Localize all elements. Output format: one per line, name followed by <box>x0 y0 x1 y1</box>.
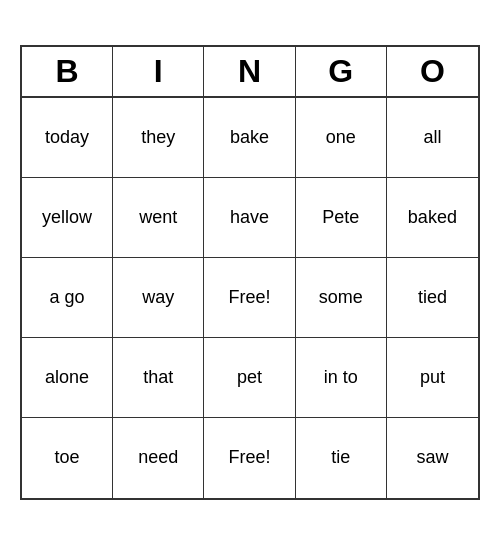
bingo-cell: they <box>113 98 204 178</box>
bingo-header-letter: N <box>204 47 295 96</box>
bingo-cell: that <box>113 338 204 418</box>
bingo-cell: saw <box>387 418 478 498</box>
bingo-card: BINGO todaytheybakeoneallyellowwenthaveP… <box>20 45 480 500</box>
bingo-cell: put <box>387 338 478 418</box>
bingo-header-letter: G <box>296 47 387 96</box>
bingo-cell: all <box>387 98 478 178</box>
bingo-cell: one <box>296 98 387 178</box>
bingo-cell: today <box>22 98 113 178</box>
bingo-cell: yellow <box>22 178 113 258</box>
bingo-cell: alone <box>22 338 113 418</box>
bingo-cell: baked <box>387 178 478 258</box>
bingo-cell: toe <box>22 418 113 498</box>
bingo-cell: in to <box>296 338 387 418</box>
bingo-cell: tie <box>296 418 387 498</box>
bingo-cell: Free! <box>204 418 295 498</box>
bingo-cell: have <box>204 178 295 258</box>
bingo-header-letter: I <box>113 47 204 96</box>
bingo-cell: went <box>113 178 204 258</box>
bingo-cell: need <box>113 418 204 498</box>
bingo-cell: pet <box>204 338 295 418</box>
bingo-cell: way <box>113 258 204 338</box>
bingo-header-letter: B <box>22 47 113 96</box>
bingo-header-letter: O <box>387 47 478 96</box>
bingo-cell: some <box>296 258 387 338</box>
bingo-cell: tied <box>387 258 478 338</box>
bingo-header: BINGO <box>22 47 478 98</box>
bingo-cell: Free! <box>204 258 295 338</box>
bingo-cell: bake <box>204 98 295 178</box>
bingo-cell: Pete <box>296 178 387 258</box>
bingo-cell: a go <box>22 258 113 338</box>
bingo-grid: todaytheybakeoneallyellowwenthavePetebak… <box>22 98 478 498</box>
